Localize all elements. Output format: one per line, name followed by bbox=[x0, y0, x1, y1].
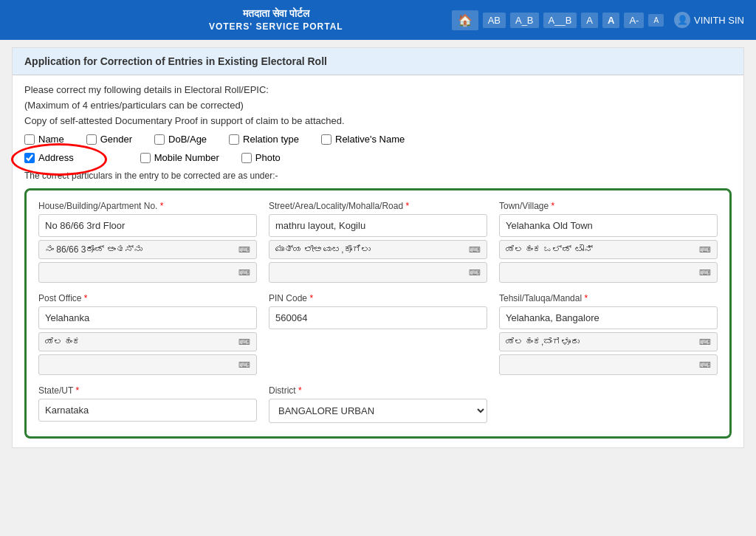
form-section: Please correct my following details in E… bbox=[13, 75, 743, 447]
desc-line1: Please correct my following details in E… bbox=[24, 84, 732, 95]
town-label: Town/Village * bbox=[499, 201, 718, 211]
portal-title: मतदाता सेवा पोर्टल VOTERS' SERVICE PORTA… bbox=[209, 7, 343, 33]
district-required: * bbox=[298, 385, 302, 396]
checkbox-name-input[interactable] bbox=[24, 134, 35, 145]
town-required: * bbox=[551, 201, 555, 211]
checkbox-name[interactable]: Name bbox=[24, 134, 64, 145]
postoffice-label: Post Office * bbox=[38, 293, 257, 303]
keyboard-icon-street2[interactable]: ⌨ bbox=[469, 268, 481, 278]
top-navigation: मतदाता सेवा पोर्टल VOTERS' SERVICE PORTA… bbox=[0, 0, 756, 40]
town-extra-input: ⌨ bbox=[499, 262, 718, 283]
house-required: * bbox=[160, 201, 164, 211]
address-row-1: House/Building/Apartment No. * ನಂ 86/66 … bbox=[38, 201, 718, 283]
town-input[interactable] bbox=[499, 214, 718, 237]
keyboard-icon-house2[interactable]: ⌨ bbox=[238, 268, 250, 278]
pincode-required: * bbox=[309, 293, 313, 303]
nav-right-section: 🏠 AB A_B A__B A A A- A 👤 VINITH SIN bbox=[452, 10, 744, 30]
font-a-b-button[interactable]: A_B bbox=[510, 13, 539, 28]
user-info: 👤 VINITH SIN bbox=[674, 12, 744, 28]
home-button[interactable]: 🏠 bbox=[452, 10, 478, 30]
checkbox-relative-input[interactable] bbox=[321, 134, 331, 145]
street-input[interactable] bbox=[269, 214, 487, 237]
district-label: District * bbox=[269, 385, 487, 396]
font-a-button[interactable]: A bbox=[581, 13, 598, 28]
keyboard-icon-postoffice2[interactable]: ⌨ bbox=[238, 360, 250, 370]
address-checkbox-highlight: Address bbox=[24, 152, 74, 163]
checkbox-row-1: Name Gender DoB/Age Relation type Relati… bbox=[24, 134, 732, 145]
desc-line3: Copy of self-attested Documentary Proof … bbox=[24, 115, 732, 126]
checkbox-dob-input[interactable] bbox=[154, 134, 165, 145]
portal-title-english: VOTERS' SERVICE PORTAL bbox=[209, 21, 343, 33]
pincode-input[interactable] bbox=[269, 306, 487, 329]
address-row-2: Post Office * ಯೆಲಹಂಕ ⌨ ⌨ PIN Code bbox=[38, 293, 718, 375]
checkbox-gender[interactable]: Gender bbox=[86, 134, 132, 145]
town-transliterated: ಯೆಲಹಂಕ ಒಲ್ಡ್ ಟೌನ್ ⌨ bbox=[499, 240, 718, 259]
checkbox-gender-input[interactable] bbox=[86, 134, 97, 145]
main-content: Application for Correction of Entries in… bbox=[12, 47, 744, 448]
checkbox-mobile[interactable]: Mobile Number bbox=[140, 152, 219, 163]
keyboard-icon-tehsil2[interactable]: ⌨ bbox=[699, 360, 711, 370]
house-label: House/Building/Apartment No. * bbox=[38, 201, 257, 211]
keyboard-icon-town[interactable]: ⌨ bbox=[699, 245, 711, 255]
postoffice-field-group: Post Office * ಯೆಲಹಂಕ ⌨ ⌨ bbox=[38, 293, 257, 375]
checkbox-relation[interactable]: Relation type bbox=[229, 134, 299, 145]
empty-field-group bbox=[499, 385, 718, 423]
state-input[interactable] bbox=[38, 399, 257, 422]
checkbox-dob[interactable]: DoB/Age bbox=[154, 134, 207, 145]
district-select[interactable]: BANGALORE URBAN BANGALORE RURAL MYSURU M… bbox=[269, 399, 487, 423]
checkbox-mobile-input[interactable] bbox=[140, 153, 151, 163]
checkbox-address-label: Address bbox=[38, 152, 74, 163]
postoffice-required: * bbox=[84, 293, 88, 303]
state-required: * bbox=[75, 385, 79, 396]
keyboard-icon-postoffice[interactable]: ⌨ bbox=[238, 337, 250, 347]
keyboard-icon-town2[interactable]: ⌨ bbox=[699, 268, 711, 278]
checkbox-address-input[interactable] bbox=[24, 153, 35, 163]
font-a-minus-button[interactable]: A- bbox=[624, 13, 644, 28]
checkbox-relative[interactable]: Relative's Name bbox=[321, 134, 405, 145]
street-field-group: Street/Area/Locality/Mohalla/Road * ಮಾತ್… bbox=[269, 201, 487, 283]
tehsil-label: Tehsil/Taluqa/Mandal * bbox=[499, 293, 718, 303]
state-field-group: State/UT * bbox=[38, 385, 257, 423]
checkbox-photo-label: Photo bbox=[255, 152, 281, 163]
user-name: VINITH SIN bbox=[694, 15, 744, 26]
state-label: State/UT * bbox=[38, 385, 257, 396]
font-a--b-button[interactable]: A__B bbox=[543, 13, 577, 28]
desc-line2: (Maximum of 4 entries/particulars can be… bbox=[24, 100, 732, 111]
font-a-small-button[interactable]: A bbox=[648, 14, 664, 27]
correct-note: The correct particulars in the entry to … bbox=[24, 171, 732, 181]
house-field-group: House/Building/Apartment No. * ನಂ 86/66 … bbox=[38, 201, 257, 283]
keyboard-icon-street[interactable]: ⌨ bbox=[469, 245, 481, 255]
checkbox-row-2: Address Mobile Number Photo bbox=[24, 152, 732, 163]
portal-title-hindi: मतदाता सेवा पोर्टल bbox=[209, 7, 343, 21]
checkbox-mobile-label: Mobile Number bbox=[154, 152, 219, 163]
street-extra-input: ⌨ bbox=[269, 262, 487, 283]
user-avatar-icon: 👤 bbox=[674, 12, 690, 28]
checkbox-photo[interactable]: Photo bbox=[241, 152, 281, 163]
address-form-box: House/Building/Apartment No. * ನಂ 86/66 … bbox=[24, 188, 732, 439]
postoffice-input[interactable] bbox=[38, 306, 257, 329]
street-label: Street/Area/Locality/Mohalla/Road * bbox=[269, 201, 487, 211]
house-transliterated: ನಂ 86/66 3ರೊಡ್ ಅಂತಸ್ನು ⌨ bbox=[38, 240, 257, 259]
checkbox-gender-label: Gender bbox=[100, 134, 132, 145]
tehsil-required: * bbox=[584, 293, 588, 303]
page-title: Application for Correction of Entries in… bbox=[24, 55, 327, 67]
page-header: Application for Correction of Entries in… bbox=[13, 48, 743, 75]
checkbox-relation-label: Relation type bbox=[243, 134, 299, 145]
checkbox-address[interactable]: Address bbox=[24, 152, 74, 163]
pincode-label: PIN Code * bbox=[269, 293, 487, 303]
postoffice-transliterated: ಯೆಲಹಂಕ ⌨ bbox=[38, 332, 257, 351]
house-extra-input: ⌨ bbox=[38, 262, 257, 283]
address-row-3: State/UT * District * BANGALORE URBAN BA… bbox=[38, 385, 718, 423]
tehsil-field-group: Tehsil/Taluqa/Mandal * ಯೆಲಹಂಕ,ಬೆಂಗಳೂರು ⌨… bbox=[499, 293, 718, 375]
font-ab-button[interactable]: AB bbox=[483, 13, 506, 28]
checkbox-photo-input[interactable] bbox=[241, 153, 252, 163]
font-a-large-button[interactable]: A bbox=[602, 13, 619, 28]
tehsil-input[interactable] bbox=[499, 306, 718, 329]
checkbox-relation-input[interactable] bbox=[229, 134, 239, 145]
checkbox-relative-label: Relative's Name bbox=[335, 134, 405, 145]
tehsil-extra-input: ⌨ bbox=[499, 354, 718, 375]
house-input[interactable] bbox=[38, 214, 257, 237]
keyboard-icon-house[interactable]: ⌨ bbox=[238, 245, 250, 255]
tehsil-transliterated: ಯೆಲಹಂಕ,ಬೆಂಗಳೂರು ⌨ bbox=[499, 332, 718, 351]
keyboard-icon-tehsil[interactable]: ⌨ bbox=[699, 337, 711, 347]
